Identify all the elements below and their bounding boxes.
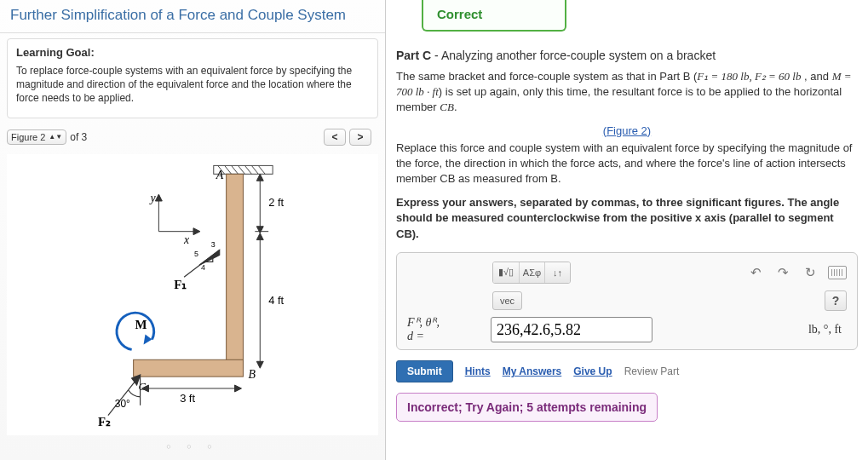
desc1-f: CB [440,101,454,113]
vec-button[interactable]: vec [492,291,522,310]
tri-5: 5 [194,250,198,258]
keyboard-button[interactable] [828,263,847,282]
reset-icon: ↻ [805,265,816,280]
figure-next-button[interactable]: > [349,129,371,146]
part-c-heading: Part C - Analyzing another force-couple … [396,49,858,62]
part-c-label: Part C [396,49,431,62]
tool-group-main: ▮√▯ ΑΣφ ↓↑ [492,262,571,284]
dim-4ft: 4 ft [268,293,284,306]
dim-3ft: 3 ft [180,391,195,404]
tool-group-right: ↶ ↷ ↻ [746,263,847,282]
desc1-g: . [454,101,457,113]
figure-svg: y x A 2 ft 3 4 5 F₁ [7,154,378,435]
desc1-a: The same bracket and force-couple system… [396,70,697,83]
redo-icon: ↷ [778,265,789,280]
desc3-text: Express your answers, separated by comma… [396,196,839,239]
force-f2-label: F₂ [98,414,111,428]
svg-marker-15 [256,174,263,181]
svg-marker-22 [256,361,263,368]
answer-input-row: Fᴿ, θᴿ, d = lb, °, ft [407,316,847,345]
left-panel: Further Simplification of a Force and Co… [0,0,386,460]
svg-line-4 [239,165,245,174]
figure-canvas: y x A 2 ft 3 4 5 F₁ [7,154,378,435]
figure-select[interactable]: Figure 2 ▲▼ [7,129,66,145]
figure-pager-dots[interactable]: ○ ○ ○ [0,439,385,454]
dim-2ft: 2 ft [268,196,284,209]
greek-icon: ΑΣφ [523,267,541,278]
my-answers-link[interactable]: My Answers [503,365,562,377]
chevron-left-icon: < [331,131,337,143]
svg-rect-8 [227,174,244,368]
svg-marker-16 [256,226,263,233]
lhs-line2: d = [407,330,424,342]
svg-marker-11 [155,194,162,201]
force-f1-label: F₁ [174,278,187,291]
angle-30: 30° [115,397,130,409]
reset-button[interactable]: ↻ [801,263,819,282]
svg-marker-29 [235,385,242,392]
dropdown-icon: ▲▼ [49,134,62,141]
submit-button[interactable]: Submit [396,360,453,382]
tri-4: 4 [201,263,205,272]
svg-line-7 [258,165,265,174]
help-button[interactable]: ? [825,290,847,311]
figure-toolbar: Figure 2 ▲▼ of 3 < > [0,125,385,151]
templates-icon: ▮√▯ [498,267,514,278]
point-a-label: A [216,169,224,181]
templates-button[interactable]: ▮√▯ [493,262,519,283]
right-panel: Correct Part C - Analyzing another force… [386,0,868,460]
desc1-e: ) is set up again, only this time, the r… [396,85,842,113]
part-c-desc1: The same bracket and force-couple system… [396,69,858,116]
figure-prev-button[interactable]: < [324,129,346,146]
svg-marker-13 [193,227,200,234]
chevron-right-icon: > [357,131,363,143]
svg-line-5 [244,165,251,174]
submit-row: Submit Hints My Answers Give Up Review P… [396,360,858,382]
undo-icon: ↶ [750,265,762,280]
tri-3: 3 [211,239,216,248]
axis-x-label: x [183,233,190,245]
learning-goal-box: Learning Goal: To replace force-couple s… [7,38,378,118]
figure-count: of 3 [70,131,87,143]
review-part-label: Review Part [624,365,680,377]
answer-lhs: Fᴿ, θᴿ, d = [407,316,484,345]
svg-line-6 [251,165,258,174]
undo-button[interactable]: ↶ [746,263,765,282]
hints-link[interactable]: Hints [465,365,491,377]
svg-rect-9 [134,359,244,377]
learning-goal-heading: Learning Goal: [16,46,369,59]
vec-row: vec ? [492,290,847,311]
answer-units: lb, °, ft [808,323,842,336]
figure-2-link[interactable]: (Figure 2) [603,124,651,137]
give-up-link[interactable]: Give Up [573,365,612,377]
subsup-button[interactable]: ↓↑ [544,262,570,283]
point-b-label: B [248,368,256,381]
axis-y-label: y [148,192,156,204]
svg-marker-21 [256,233,263,239]
redo-button[interactable]: ↷ [773,263,792,282]
page-title: Further Simplification of a Force and Co… [0,0,385,33]
svg-line-2 [225,165,232,174]
learning-goal-text: To replace force-couple systems with an … [16,64,369,106]
figure-select-label: Figure 2 [11,132,45,142]
part-c-title-text: - Analyzing another force-couple system … [431,49,716,62]
help-icon: ? [832,294,840,308]
moment-m-label: M [135,317,147,331]
svg-marker-23 [144,334,152,344]
figure-link-row: (Figure 2) [396,124,858,137]
desc1-c: , and [801,70,831,83]
desc1-b: F₁ = 180 lb, F₂ = 60 lb [697,70,801,83]
keyboard-icon [828,266,847,279]
equation-toolbar: ▮√▯ ΑΣφ ↓↑ ↶ ↷ ↻ [492,262,847,284]
answer-input[interactable] [491,317,652,342]
svg-line-3 [232,165,239,174]
subsup-icon: ↓↑ [553,267,562,278]
previous-correct-banner: Correct [422,0,566,32]
part-c-desc2: Replace this force and couple system wit… [396,141,858,187]
part-c-desc3: Express your answers, separated by comma… [396,195,858,242]
greek-button[interactable]: ΑΣφ [519,262,544,283]
feedback-banner: Incorrect; Try Again; 5 attempts remaini… [396,393,658,422]
lhs-line1: Fᴿ, θᴿ, [407,316,440,329]
answer-panel: ▮√▯ ΑΣφ ↓↑ ↶ ↷ ↻ vec ? Fᴿ, θᴿ, d = lb, °… [396,252,858,351]
